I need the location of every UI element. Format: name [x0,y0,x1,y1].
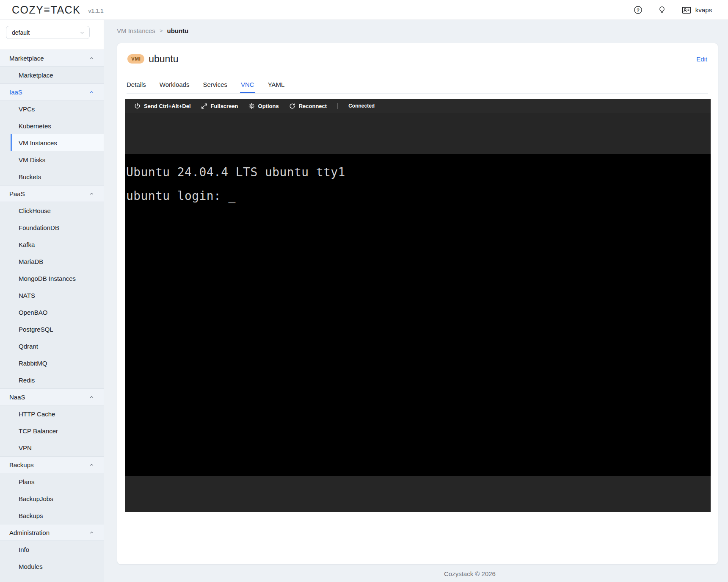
sidebar-item-mongodb-instances[interactable]: MongoDB Instances [0,270,104,287]
chevron-up-icon [89,394,94,400]
sidebar-section-marketplace[interactable]: Marketplace [0,50,104,67]
lightbulb-icon[interactable] [658,6,666,14]
sidebar-item-rabbitmq[interactable]: RabbitMQ [0,355,104,371]
chevron-up-icon [89,191,94,197]
fullscreen-button[interactable]: Fullscreen [201,103,238,110]
header-actions: ? kvaps [634,0,712,20]
sidebar: default Marketplace Marketplace IaaS VPC… [0,20,104,582]
sidebar-item-vm-disks[interactable]: VM Disks [0,151,104,168]
app-root: COZY≡TACK v1.1.1 ? kvaps default [0,0,728,582]
breadcrumb: VM Instances > ubuntu [117,26,188,35]
sidebar-item-plans[interactable]: Plans [0,473,104,490]
chevron-up-icon [89,530,94,535]
sidebar-item-openbao[interactable]: OpenBAO [0,304,104,321]
reconnect-label: Reconnect [299,103,327,109]
help-icon[interactable]: ? [634,6,643,14]
sidebar-section-label: Marketplace [9,55,44,62]
fullscreen-label: Fullscreen [211,103,238,109]
vnc-status: Connected [348,103,375,109]
toolbar-divider [337,103,338,109]
app-logo[interactable]: COZY≡TACK [12,4,80,16]
options-label: Options [258,103,279,109]
sidebar-item-vm-instances[interactable]: VM Instances [11,134,104,151]
sidebar-section-label: IaaS [9,89,22,96]
app-version: v1.1.1 [88,6,103,14]
chevron-up-icon [89,89,94,95]
namespace-select-value: default [12,29,79,36]
breadcrumb-vm-instances-link[interactable]: VM Instances [117,27,155,34]
sidebar-item-kubernetes[interactable]: Kubernetes [0,117,104,134]
sidebar-section-iaas[interactable]: IaaS [0,83,104,100]
terminal-line: Ubuntu 24.04.4 LTS ubuntu tty1 [126,166,711,178]
reconnect-icon [289,103,296,110]
tab-services[interactable]: Services [203,76,227,93]
options-button[interactable]: Options [248,103,279,110]
tab-vnc[interactable]: VNC [241,76,254,93]
sidebar-section-label: NaaS [9,394,25,401]
sidebar-item-buckets[interactable]: Buckets [0,168,104,185]
reconnect-button[interactable]: Reconnect [289,103,327,110]
sidebar-item-clickhouse[interactable]: ClickHouse [0,202,104,219]
vmi-badge: VMI [127,54,144,64]
sidebar-section-administration[interactable]: Administration [0,524,104,541]
breadcrumb-separator: > [160,28,163,34]
sidebar-section-label: Administration [9,529,50,536]
terminal-line [126,178,711,190]
sidebar-section-label: Backups [9,461,34,468]
vnc-framebuffer: Ubuntu 24.04.4 LTS ubuntu tty1 ubuntu lo… [125,154,711,476]
tab-workloads[interactable]: Workloads [160,76,190,93]
sidebar-section-backups[interactable]: Backups [0,456,104,473]
page-title: ubuntu [149,53,178,65]
user-menu[interactable]: kvaps [681,5,712,15]
sidebar-item-backupjobs[interactable]: BackupJobs [0,490,104,507]
sidebar-item-info[interactable]: Info [0,541,104,558]
sidebar-item-marketplace[interactable]: Marketplace [0,67,104,83]
chevron-down-icon [79,30,85,36]
sidebar-section-label: PaaS [9,190,25,197]
sidebar-item-kafka[interactable]: Kafka [0,236,104,253]
vm-detail-card: VMI ubuntu Edit Details Workloads Servic… [117,43,718,565]
footer-copyright: Cozystack © 2026 [212,570,728,577]
power-icon [134,103,141,110]
svg-text:?: ? [637,8,640,13]
sidebar-item-foundationdb[interactable]: FoundationDB [0,219,104,236]
send-ctrl-alt-del-label: Send Ctrl+Alt+Del [144,103,191,109]
card-header: VMI ubuntu Edit [127,53,707,65]
sidebar-item-vpcs[interactable]: VPCs [0,100,104,117]
tab-yaml[interactable]: YAML [268,76,285,93]
sidebar-item-backups[interactable]: Backups [0,507,104,524]
sidebar-item-tcp-balancer[interactable]: TCP Balancer [0,422,104,439]
fullscreen-icon [201,103,208,110]
sidebar-item-vpn[interactable]: VPN [0,439,104,456]
sidebar-item-modules[interactable]: Modules [0,558,104,575]
sidebar-item-nats[interactable]: NATS [0,287,104,304]
terminal-line: ubuntu login: _ [126,190,711,202]
sidebar-item-http-cache[interactable]: HTTP Cache [0,405,104,422]
namespace-select[interactable]: default [6,26,90,39]
breadcrumb-current: ubuntu [167,27,188,34]
user-badge-icon [681,5,692,15]
send-ctrl-alt-del-button[interactable]: Send Ctrl+Alt+Del [134,103,191,110]
vnc-toolbar: Send Ctrl+Alt+Del Fullscreen Options Rec… [125,99,711,113]
terminal-output: Ubuntu 24.04.4 LTS ubuntu tty1 ubuntu lo… [125,154,711,202]
user-name: kvaps [695,6,712,14]
sidebar-top: default [0,20,104,50]
sidebar-section-naas[interactable]: NaaS [0,388,104,405]
vnc-screen[interactable]: Ubuntu 24.04.4 LTS ubuntu tty1 ubuntu lo… [125,113,711,512]
sidebar-item-redis[interactable]: Redis [0,371,104,388]
sidebar-item-postgresql[interactable]: PostgreSQL [0,321,104,338]
tab-bar: Details Workloads Services VNC YAML [127,76,708,94]
tab-details[interactable]: Details [127,76,146,93]
sidebar-item-mariadb[interactable]: MariaDB [0,253,104,270]
gear-icon [248,103,255,110]
chevron-up-icon [89,462,94,468]
top-header: COZY≡TACK v1.1.1 ? kvaps [0,0,728,20]
edit-button[interactable]: Edit [696,55,707,63]
sidebar-item-qdrant[interactable]: Qdrant [0,338,104,355]
sidebar-section-paas[interactable]: PaaS [0,185,104,202]
vnc-panel: Send Ctrl+Alt+Del Fullscreen Options Rec… [125,99,711,512]
chevron-up-icon [89,55,94,61]
